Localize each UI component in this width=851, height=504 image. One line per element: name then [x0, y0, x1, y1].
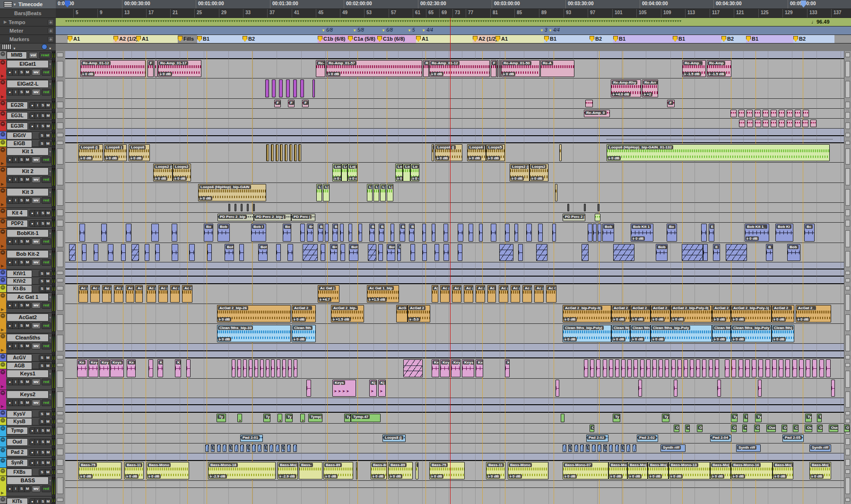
track-collapse-button[interactable]: − — [0, 354, 5, 359]
clip[interactable]: Bass-Mono0 dB — [508, 462, 548, 479]
clip[interactable] — [293, 79, 297, 97]
input-monitor-button[interactable]: I — [13, 379, 18, 385]
clip[interactable] — [779, 359, 783, 377]
track-lane-kit-3[interactable]: Loops6 (HipHop)_bip-GAIN0 dBL|L|L|L|L|L| — [65, 183, 844, 203]
meter-event[interactable]: ▼5 — [408, 27, 415, 33]
clip[interactable]: AcGat 2_0 dB — [611, 305, 630, 322]
automation-read-button[interactable]: red — [42, 176, 51, 183]
track-collapse-button[interactable]: − — [0, 497, 5, 502]
chevron-down-icon[interactable]: ▾ — [49, 46, 51, 51]
clip[interactable] — [518, 244, 523, 261]
clip[interactable] — [306, 380, 311, 397]
solo-button[interactable]: S — [39, 271, 45, 277]
lane-gutter-box[interactable] — [57, 498, 63, 502]
clip[interactable] — [300, 79, 304, 97]
clip[interactable] — [585, 100, 593, 107]
clip-gain-badge[interactable]: 0 dB — [612, 337, 625, 341]
lane-gutter-box[interactable] — [57, 449, 63, 455]
clip[interactable] — [615, 359, 619, 377]
clip[interactable]: Ac C — [546, 285, 556, 303]
lane-gutter-box[interactable] — [57, 141, 63, 145]
lane-scroll-box[interactable] — [845, 220, 850, 226]
track-name[interactable]: BASS — [7, 477, 49, 485]
clip[interactable]: Pad 2-01 — [240, 434, 263, 442]
clip[interactable] — [69, 244, 76, 261]
clip-gain-badge[interactable]: 0 dB — [468, 156, 481, 160]
marker-flag[interactable]: A2 (1/2) — [473, 36, 497, 42]
clip[interactable]: L| — [373, 184, 379, 201]
clip-gain-badge[interactable]: -2.9 dB — [209, 474, 227, 478]
clip[interactable] — [739, 120, 745, 127]
clip[interactable]: ➤ — [278, 414, 282, 422]
clip[interactable]: Re-Arr+2 — [642, 79, 658, 97]
clip[interactable] — [592, 444, 596, 452]
clip[interactable]: Bass-Mono0 dB — [147, 462, 189, 479]
clip[interactable] — [812, 359, 817, 377]
tempo-value[interactable]: ♩96.49 — [811, 19, 830, 25]
track-lane-pad-2[interactable]: Pad 2-01Loops8 (|Pad 2-02Pad 2-02Pad 2-0… — [65, 434, 844, 443]
track-name[interactable]: KysB — [7, 418, 32, 426]
track-name[interactable]: Kit 1 — [7, 148, 49, 156]
clip-gain-badge[interactable]: 0 dB — [430, 72, 443, 76]
clip[interactable]: Key — [99, 359, 110, 377]
clip[interactable]: Oud-| — [766, 425, 776, 432]
lane-gutter-box[interactable] — [57, 294, 63, 311]
mute-button[interactable]: M — [25, 260, 30, 265]
clip[interactable]: E — [713, 244, 720, 261]
solo-button[interactable]: S — [39, 286, 45, 292]
clip[interactable] — [593, 224, 597, 242]
lane-gutter-box[interactable] — [57, 209, 63, 216]
lane-gutter-box[interactable] — [57, 371, 63, 388]
mute-button[interactable]: M — [45, 271, 51, 277]
clip-gain-badge[interactable]: 0 dB — [218, 317, 231, 322]
track-name[interactable]: Kit 2 — [7, 167, 49, 175]
track-collapse-button[interactable]: − — [0, 293, 5, 298]
track-lane-eg3r[interactable] — [65, 119, 844, 129]
clip[interactable]: AcGat 2_0 dB — [712, 305, 731, 322]
solo-button[interactable]: S — [40, 428, 45, 434]
clip[interactable] — [538, 224, 543, 242]
clip[interactable]: Bass-890 dB — [388, 462, 413, 479]
clip[interactable] — [294, 144, 297, 161]
lane-gutter-box[interactable] — [57, 478, 63, 494]
clip[interactable] — [298, 144, 301, 161]
solo-button[interactable]: S — [40, 210, 45, 216]
track-collapse-button[interactable]: − — [0, 60, 5, 65]
clip[interactable]: F — [148, 60, 154, 77]
clip[interactable] — [665, 359, 669, 377]
ruler-view-icon[interactable] — [4, 1, 12, 7]
input-monitor-button[interactable]: I — [35, 123, 40, 129]
clip[interactable] — [247, 204, 249, 211]
clip[interactable]: Lo| — [341, 164, 347, 182]
input-monitor-button[interactable]: I — [13, 486, 18, 492]
clip[interactable] — [717, 380, 721, 397]
track-name[interactable]: Tymp — [7, 427, 28, 434]
clip[interactable] — [556, 380, 559, 397]
clip[interactable]: Clean 5ths_bip-Poly|0 dB — [563, 325, 611, 342]
mute-button[interactable]: M — [25, 379, 30, 385]
clip-gain-badge[interactable]: 0 dB — [609, 474, 623, 478]
clip[interactable] — [831, 380, 835, 397]
track-lane-oud[interactable]: OO|«OO|«O|Oud-|O|C|Ou|O«Oud-|O|O« — [65, 424, 844, 434]
clip[interactable] — [151, 224, 159, 242]
clip[interactable]: K — [175, 359, 181, 377]
clip[interactable] — [755, 110, 761, 117]
track-collapse-button[interactable]: − — [0, 250, 5, 255]
input-monitor-button[interactable]: I — [13, 239, 18, 244]
solo-button[interactable]: S — [39, 411, 45, 417]
input-monitor-button[interactable]: I — [35, 221, 40, 226]
clip-gain-badge[interactable]: 0 dB — [159, 72, 172, 76]
lane-gutter-box[interactable] — [57, 61, 63, 77]
clip[interactable] — [422, 244, 427, 261]
clip[interactable] — [646, 359, 651, 377]
clip[interactable]: Bass-110 dB — [486, 462, 505, 479]
clip[interactable]: Ac ( — [464, 285, 473, 303]
track-name[interactable]: Kit 3 — [7, 188, 49, 196]
solo-button[interactable]: S — [19, 70, 25, 75]
track-collapse-button[interactable]: − — [0, 362, 5, 367]
lane-scroll-box[interactable] — [845, 251, 850, 267]
clip[interactable]: O| — [731, 425, 737, 432]
track-lane-fxbs[interactable] — [65, 453, 844, 461]
clip[interactable] — [607, 139, 833, 142]
clip[interactable] — [559, 144, 562, 161]
